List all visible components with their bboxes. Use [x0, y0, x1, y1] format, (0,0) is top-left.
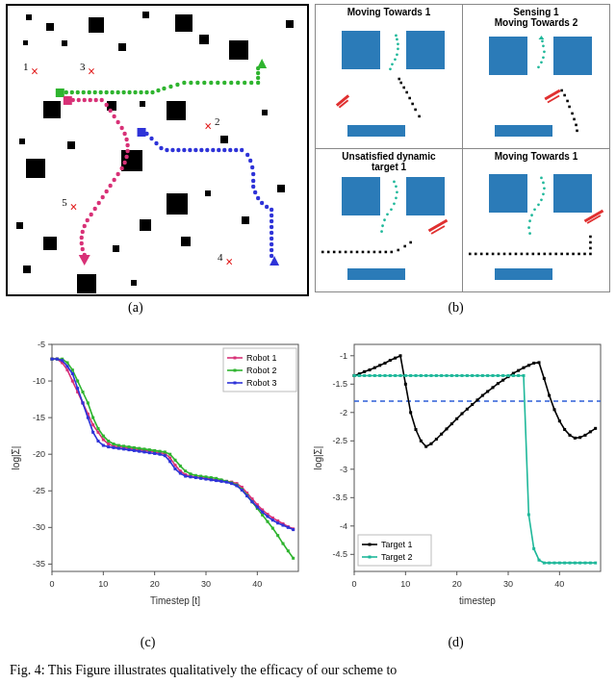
svg-point-58 [112, 178, 116, 182]
svg-text:-25: -25 [33, 486, 45, 495]
svg-rect-124 [408, 97, 411, 100]
svg-point-102 [270, 208, 273, 212]
svg-rect-343 [138, 450, 141, 453]
svg-rect-369 [271, 519, 274, 521]
svg-rect-347 [159, 453, 162, 456]
svg-point-62 [96, 201, 100, 205]
svg-rect-458 [578, 436, 581, 439]
svg-rect-455 [563, 428, 566, 431]
svg-rect-419 [378, 364, 381, 367]
svg-rect-154 [327, 250, 330, 253]
svg-rect-289 [107, 440, 110, 443]
svg-rect-326 [51, 358, 54, 361]
svg-point-8 [104, 90, 108, 94]
svg-rect-328 [61, 359, 64, 362]
svg-rect-322 [276, 534, 279, 537]
svg-text:-4: -4 [340, 521, 347, 531]
svg-rect-483 [461, 374, 464, 377]
svg-point-64 [90, 213, 93, 216]
svg-rect-475 [420, 374, 423, 377]
svg-rect-492 [507, 374, 510, 377]
svg-rect-121 [399, 82, 402, 85]
svg-rect-319 [261, 514, 264, 517]
panel-b-cell-1: Moving Towards 1 [316, 5, 462, 148]
svg-rect-489 [492, 374, 495, 377]
svg-point-152 [380, 230, 383, 233]
svg-rect-181 [475, 252, 477, 255]
svg-rect-495 [523, 374, 526, 377]
svg-rect-190 [526, 252, 529, 255]
svg-point-6 [93, 90, 97, 94]
svg-point-173 [540, 198, 543, 201]
svg-rect-193 [543, 252, 546, 255]
svg-point-148 [390, 208, 393, 211]
svg-marker-72 [79, 255, 90, 266]
svg-rect-514 [369, 544, 372, 546]
svg-rect-325 [292, 557, 295, 560]
svg-point-20 [175, 83, 179, 87]
svg-rect-356 [205, 478, 208, 481]
svg-rect-361 [230, 482, 233, 485]
svg-rect-351 [179, 471, 182, 474]
svg-rect-370 [276, 521, 279, 524]
svg-point-176 [530, 214, 533, 216]
caption-text: This Figure illustrates qualitatively th… [48, 663, 397, 677]
svg-rect-509 [594, 562, 597, 565]
svg-rect-201 [589, 252, 592, 255]
panel-b-cell-3: Unsatisfied dynamic target 1 [316, 149, 462, 292]
svg-point-147 [393, 202, 396, 205]
svg-text:-3.5: -3.5 [332, 493, 347, 502]
svg-rect-168 [409, 240, 412, 243]
svg-point-47 [112, 114, 116, 118]
svg-rect-165 [390, 250, 393, 253]
target-4-label: 4 [218, 251, 223, 263]
svg-point-93 [248, 159, 252, 163]
svg-rect-506 [578, 562, 581, 565]
svg-rect-292 [122, 444, 125, 447]
svg-point-32 [256, 81, 260, 85]
svg-text:10: 10 [400, 579, 410, 589]
svg-point-9 [110, 90, 114, 94]
svg-point-110 [270, 254, 273, 258]
svg-rect-496 [527, 514, 530, 517]
svg-point-7 [98, 90, 102, 94]
svg-rect-288 [102, 435, 105, 438]
svg-rect-426 [415, 428, 418, 431]
svg-point-60 [104, 190, 108, 193]
svg-point-109 [270, 248, 273, 252]
svg-rect-195 [554, 252, 557, 255]
svg-rect-123 [405, 91, 408, 94]
svg-rect-425 [409, 411, 412, 414]
svg-rect-336 [102, 444, 105, 447]
panel-b-grid: Moving Towards 1 Sensing 1 Moving Toward… [315, 4, 610, 292]
svg-text:-1.5: -1.5 [332, 379, 347, 389]
svg-rect-456 [569, 434, 572, 437]
svg-rect-348 [164, 454, 167, 457]
svg-text:Timestep [t]: Timestep [t] [150, 595, 200, 606]
svg-text:Robot 1: Robot 1 [246, 353, 277, 363]
svg-point-144 [395, 185, 398, 188]
svg-rect-507 [584, 562, 587, 565]
svg-text:-5: -5 [38, 340, 45, 349]
svg-rect-187 [509, 252, 512, 255]
target-4-cross: × [225, 256, 233, 269]
svg-rect-202 [589, 246, 592, 249]
svg-rect-302 [174, 459, 177, 462]
sublabel-d: (d) [447, 635, 466, 650]
svg-point-42 [89, 98, 92, 102]
svg-point-87 [217, 148, 220, 152]
svg-rect-463 [358, 374, 361, 377]
svg-rect-464 [363, 374, 366, 377]
svg-text:20: 20 [150, 579, 160, 589]
svg-rect-423 [399, 354, 402, 357]
svg-point-34 [256, 71, 260, 75]
svg-point-98 [253, 190, 257, 194]
svg-point-145 [396, 190, 398, 193]
svg-rect-505 [574, 562, 577, 565]
svg-rect-358 [215, 479, 218, 482]
svg-rect-478 [435, 374, 438, 377]
svg-rect-301 [168, 453, 171, 456]
svg-point-172 [542, 192, 545, 195]
svg-rect-364 [245, 494, 248, 497]
svg-rect-295 [138, 447, 141, 450]
